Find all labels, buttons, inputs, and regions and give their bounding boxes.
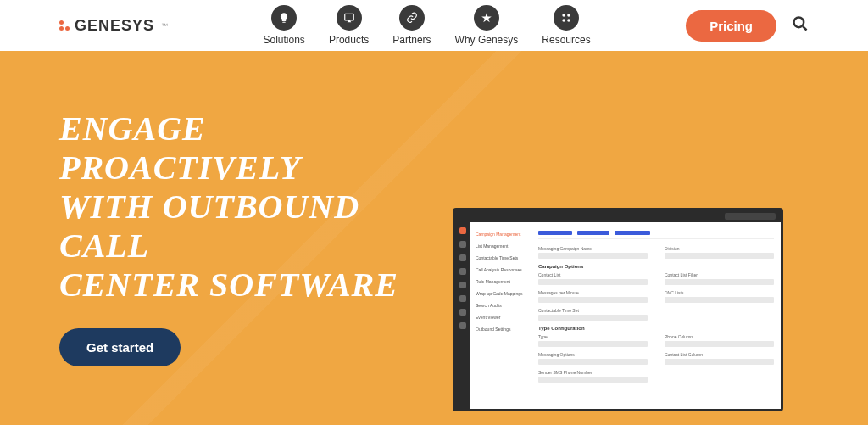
section-heading: Type Configuration bbox=[538, 326, 774, 331]
field-input bbox=[665, 253, 774, 259]
get-started-button[interactable]: Get started bbox=[59, 328, 181, 366]
rail-icon bbox=[459, 241, 466, 248]
site-header: GENESYS ™ Solutions Products Partners Wh… bbox=[0, 0, 868, 51]
field-input bbox=[665, 359, 774, 365]
hero-section: Engage proactively with outbound call ce… bbox=[0, 51, 868, 425]
svg-point-3 bbox=[567, 19, 570, 22]
nav-resources[interactable]: Resources bbox=[542, 5, 590, 46]
field-input bbox=[538, 253, 648, 259]
search-icon[interactable] bbox=[792, 15, 809, 36]
logo[interactable]: GENESYS ™ bbox=[59, 17, 168, 35]
rail-icon bbox=[459, 268, 466, 275]
rail-icon bbox=[459, 295, 466, 302]
mock-topbar bbox=[455, 210, 781, 222]
sidebar-item: Call Analysis Responses bbox=[474, 265, 527, 275]
field-input bbox=[665, 279, 774, 285]
sidebar-item: Rule Management bbox=[474, 277, 527, 287]
svg-point-1 bbox=[567, 14, 570, 17]
field-label: Messages per Minute bbox=[538, 290, 648, 295]
trademark: ™ bbox=[161, 22, 168, 30]
field-label: Contactable Time Set bbox=[538, 308, 648, 313]
hero-title: Engage proactively with outbound call ce… bbox=[59, 109, 415, 305]
monitor-icon bbox=[337, 5, 362, 31]
rail-icon bbox=[459, 282, 466, 288]
svg-point-0 bbox=[562, 14, 565, 17]
field-label: Sender SMS Phone Number bbox=[538, 370, 648, 375]
section-heading: Campaign Options bbox=[538, 264, 774, 269]
sidebar-item: Contactable Time Sets bbox=[474, 253, 527, 263]
field-label: Phone Column bbox=[665, 334, 774, 339]
sidebar-item: Event Viewer bbox=[474, 312, 527, 322]
mock-search bbox=[725, 213, 776, 220]
mock-form: Messaging Campaign Name Division Campaig… bbox=[531, 222, 781, 409]
field-label: Messaging Options bbox=[538, 352, 648, 357]
rail-icon bbox=[459, 309, 466, 316]
field-input bbox=[665, 297, 774, 303]
sidebar-item: Search Audits bbox=[474, 300, 527, 310]
sidebar-item: List Management bbox=[474, 241, 527, 251]
nav-why[interactable]: Why Genesys bbox=[455, 5, 519, 46]
logo-icon bbox=[59, 20, 70, 31]
field-label: Messaging Campaign Name bbox=[538, 246, 648, 251]
rail-icon bbox=[459, 254, 466, 261]
field-input bbox=[538, 315, 648, 321]
product-screenshot: Campaign Management List Management Cont… bbox=[453, 208, 783, 411]
field-label: Contact List Column bbox=[665, 352, 774, 357]
link-icon bbox=[399, 5, 425, 31]
logo-text: GENESYS bbox=[75, 17, 154, 35]
field-input bbox=[538, 377, 648, 383]
sidebar-item: Outbound Settings bbox=[474, 324, 527, 334]
field-label: Contact List bbox=[538, 272, 648, 277]
pricing-button[interactable]: Pricing bbox=[686, 10, 776, 42]
svg-point-4 bbox=[793, 18, 804, 28]
nav-products[interactable]: Products bbox=[329, 5, 369, 46]
sidebar-item: Campaign Management bbox=[474, 229, 527, 239]
field-input bbox=[538, 359, 648, 365]
nav-partners[interactable]: Partners bbox=[392, 5, 431, 46]
field-input bbox=[538, 279, 648, 285]
field-label: DNC Lists bbox=[665, 290, 774, 295]
rail-icon bbox=[459, 227, 466, 234]
mock-tabs bbox=[538, 227, 774, 239]
lightbulb-icon bbox=[271, 5, 297, 31]
field-label: Division bbox=[665, 246, 774, 251]
field-label: Type bbox=[538, 334, 648, 339]
grid-icon bbox=[554, 5, 579, 31]
mock-rail bbox=[455, 222, 470, 409]
field-label: Contact List Filter bbox=[665, 272, 774, 277]
nav-solutions[interactable]: Solutions bbox=[264, 5, 305, 46]
field-input bbox=[538, 297, 648, 303]
field-input bbox=[538, 341, 648, 347]
hero-content: Engage proactively with outbound call ce… bbox=[59, 109, 415, 366]
rail-icon bbox=[459, 322, 466, 329]
main-nav: Solutions Products Partners Why Genesys … bbox=[264, 5, 591, 46]
field-input bbox=[665, 341, 774, 347]
mock-body: Campaign Management List Management Cont… bbox=[455, 222, 781, 409]
sidebar-item: Wrap-up Code Mappings bbox=[474, 288, 527, 299]
tab-pill bbox=[615, 231, 650, 235]
mock-sidebar: Campaign Management List Management Cont… bbox=[470, 222, 531, 409]
svg-point-2 bbox=[562, 19, 565, 22]
tab-pill bbox=[538, 231, 572, 235]
header-actions: Pricing bbox=[686, 10, 809, 42]
tab-pill bbox=[577, 231, 609, 235]
star-icon bbox=[474, 5, 499, 31]
